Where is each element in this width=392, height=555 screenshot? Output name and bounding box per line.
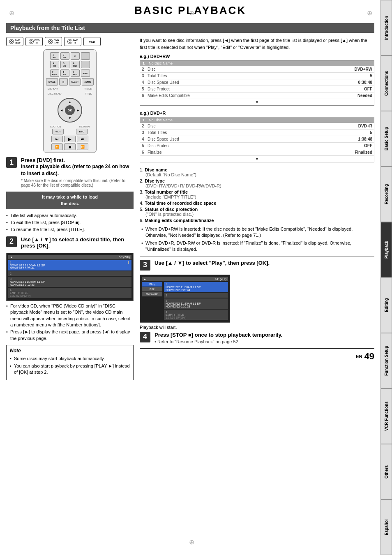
eg1-row-3: 3 Total Titles 5 <box>140 73 374 79</box>
tls-num-1: 1 <box>10 261 12 264</box>
disc-info-4-label: Total time of recorded disc space <box>145 201 216 206</box>
eg1-row4-value: 0:30:48 <box>358 80 372 85</box>
remote-fwd-btn[interactable]: ⏭ <box>77 136 88 142</box>
pss-title-2: 2 <box>164 293 228 298</box>
remote-return-label: RETURN <box>79 125 90 128</box>
remote-disc-title-row: DISC MENU TITLE <box>46 92 94 96</box>
remote-row4: SPACE 0 CLEAR AUDIO <box>46 78 94 86</box>
pss-title-2-num: 2 <box>166 294 167 297</box>
disc-info-item-6: 6. Making edits compatible/finalize <box>140 218 374 223</box>
pss-overwrite-btn[interactable]: Overwrite <box>142 292 162 296</box>
eg2-row2-value: DVD+R <box>358 124 372 128</box>
step3-note: Playback will start. <box>140 325 374 330</box>
step1-subtitle: Insert a playable disc (refer to page 24… <box>21 163 134 177</box>
note-bullets: Some discs may start playback automatica… <box>10 356 130 375</box>
step1-bullet-2: To exit the title list, press [STOP ■]. <box>6 220 134 226</box>
tab-playback[interactable]: Playback <box>380 222 392 278</box>
eg1-header-title: No Disc Name <box>149 61 173 65</box>
step1-number: 1 <box>6 157 17 168</box>
remote-timer-label: TIMER <box>84 88 92 90</box>
section-divider <box>140 256 374 257</box>
tab-espanol[interactable]: Español <box>380 500 392 555</box>
eg2-row3-value: 5 <box>370 130 372 135</box>
note-bullet-1: Some discs may start playback automatica… <box>10 356 130 362</box>
eg2-row-2: 2 Disc DVD+R <box>140 123 374 130</box>
crosshair-top-left: ⊕ <box>9 9 14 17</box>
eg2-header: 1 No Disc Name <box>140 117 374 123</box>
crosshair-top: ⊕ <box>189 9 194 17</box>
remote-up-arrow[interactable]: ▲ <box>68 100 71 104</box>
remote-vcr-dvd-row: VCR DVD <box>46 129 94 134</box>
remote-stop-btn[interactable]: ■ <box>64 143 76 150</box>
remote-play-btn[interactable]: ▶ <box>64 136 76 142</box>
remote-vcr-btn[interactable]: VCR <box>52 129 64 134</box>
step2-box: 2 Use [▲ / ▼] to select a desired title,… <box>6 236 134 249</box>
disc-info-6-label: Making edits compatible/finalize <box>145 218 214 223</box>
tls-empty-duration: 1:37:52 SP(2Hr) <box>10 294 130 297</box>
remote-btn-6[interactable]: 6MNO <box>71 61 80 68</box>
remote-btn-0[interactable]: 0 <box>59 78 68 86</box>
tls-row-3: 3 NOV/22/12 11:35AM L1 EP NOV/22/12 0:10… <box>8 277 131 287</box>
pss-title-3-line2: NOV/22/12 0:10:33 <box>166 305 226 308</box>
remote-btn-4[interactable]: 4GHI <box>50 61 59 68</box>
remote-btn-audio[interactable]: AUDIO <box>82 78 94 86</box>
eg1-row3-num: 3 <box>142 74 148 78</box>
dvd-minus-rw-icon: DVD-RW <box>45 37 62 46</box>
pss-play-btn[interactable]: Play <box>142 282 162 287</box>
remote-btn-1[interactable]: 1ABC <box>50 52 59 60</box>
dvd-disc-circle3 <box>48 39 53 44</box>
tls-row1-line1: NOV/21/12 11:00AM L1 SP <box>10 264 130 267</box>
eg2-row5-label: Disc Protect <box>148 143 364 148</box>
remote-ok-button[interactable]: OK <box>65 105 75 115</box>
tab-others[interactable]: Others <box>380 444 392 500</box>
step3-box: 3 Use [▲ / ▼] to select "Play", then pre… <box>140 260 374 271</box>
tab-function-setup[interactable]: Function Setup <box>380 333 392 388</box>
step4-number: 4 <box>140 332 150 342</box>
remote-row3: 7PQRS 8TUV 9WXYZ HOME <box>46 69 94 77</box>
remote-left-arrow[interactable]: ◄ <box>60 109 63 112</box>
warning-box: It may take a while to load the disc. <box>6 192 134 209</box>
tab-recording[interactable]: Recording <box>380 166 392 222</box>
remote-transport-row: ⏮ ▶ ⏭ <box>46 136 94 142</box>
eg2-row-6: 6 Finalize Finalized <box>140 149 374 156</box>
remote-btn-8[interactable]: 8TUV <box>60 69 69 77</box>
right-column: If you want to see disc information, pre… <box>140 37 374 380</box>
remote-btn-2[interactable]: 2DEF <box>60 52 69 60</box>
crosshair-bottom: ⊕ <box>189 538 194 546</box>
pss-titles: 1 NOV/21/12 11:00AM L1 SP NOV/21/12 0:20… <box>164 282 228 321</box>
dvd-plus-r-icon: DVD+R <box>25 37 43 46</box>
step1-bullets: Title list will appear automatically. To… <box>6 213 134 233</box>
remote-down-arrow[interactable]: ▼ <box>68 116 71 120</box>
remote-stop-row: ⏪ ■ ⏩ <box>46 143 94 150</box>
sidebar-tabs: Introduction Connections Basic Setup Rec… <box>380 0 392 555</box>
disc-info-5-sub: ("ON" is protected disc.) <box>140 212 194 217</box>
dvd-minus-r-label: DVD-R <box>73 39 78 44</box>
step4-box: 4 Press [STOP ■] once to stop playback t… <box>140 332 374 344</box>
tab-vcr-functions[interactable]: VCR Functions <box>380 388 392 444</box>
disc-info-item-5: 5. Status of disc protection ("ON" is pr… <box>140 207 374 217</box>
remote-prev-btn[interactable]: ⏪ <box>51 143 63 150</box>
tab-introduction[interactable]: Introduction <box>380 0 392 56</box>
tab-editing[interactable]: Editing <box>380 278 392 333</box>
remote-btn-clear[interactable]: CLEAR <box>69 78 81 86</box>
remote-btn-9[interactable]: 9WXYZ <box>71 69 80 77</box>
dvd-disc-circle <box>9 39 14 44</box>
remote-display-timer-row: DISPLAY TIMER <box>46 87 94 91</box>
tab-connections[interactable]: Connections <box>380 56 392 111</box>
remote-btn-5[interactable]: 5JKL <box>60 61 69 68</box>
remote-right-arrow[interactable]: ► <box>76 109 80 112</box>
remote-btn-space[interactable]: SPACE <box>46 78 58 86</box>
remote-btn-3[interactable]: 3 <box>71 52 80 60</box>
remote-btn-7[interactable]: 7PQRS <box>50 69 59 77</box>
pss-edit-btn[interactable]: Edit <box>142 287 162 291</box>
step2-number: 2 <box>6 236 17 247</box>
step1-title: Press [DVD] first. <box>21 157 134 163</box>
tab-basic-setup[interactable]: Basic Setup <box>380 111 392 166</box>
remote-rew-btn[interactable]: ⏮ <box>51 136 63 142</box>
remote-next-btn[interactable]: ⏩ <box>77 143 88 150</box>
remote-control: 1ABC 2DEF 3 4GHI 5JKL 6MNO 7PQRS 8TUV <box>43 49 97 153</box>
eg1-row5-num: 5 <box>142 87 148 91</box>
dvd-disc-circle2 <box>29 39 34 44</box>
remote-dvd-btn[interactable]: DVD <box>76 129 88 134</box>
remote-btn-home[interactable]: HOME <box>81 69 90 77</box>
